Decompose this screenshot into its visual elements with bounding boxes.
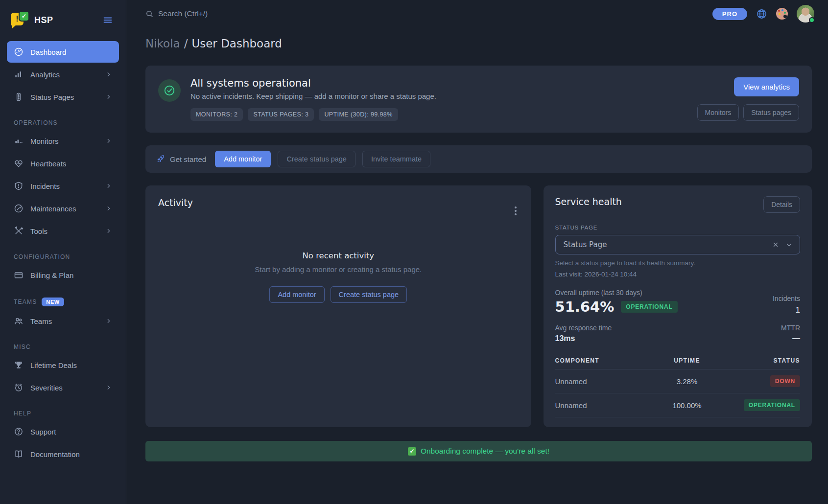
sidebar-section-configuration: CONFIGURATION: [0, 253, 126, 260]
sidebar-item-label: Analytics: [30, 70, 105, 79]
add-monitor-button[interactable]: Add monitor: [215, 151, 271, 167]
operational-status-badge: OPERATIONAL: [744, 399, 800, 411]
breadcrumb-parent[interactable]: Nikola: [145, 37, 180, 50]
get-started-label: Get started: [156, 155, 206, 163]
sidebar-item-support[interactable]: Support: [7, 421, 119, 442]
sidebar-section-operations: OPERATIONS: [0, 119, 126, 126]
sidebar: ! ✓ HSP Dashboard Analytics Status Pages: [0, 0, 126, 504]
online-status-dot: [809, 17, 815, 23]
incidents-label: Incidents: [773, 295, 800, 302]
wrench-circle-icon: [14, 204, 24, 213]
search-input[interactable]: Search (Ctrl+/): [145, 9, 712, 18]
sidebar-item-severities[interactable]: Severities: [7, 377, 119, 398]
create-status-page-button[interactable]: Create status page: [331, 286, 407, 303]
chevron-right-icon: [105, 205, 112, 212]
last-visit-text: Last visit: 2026-01-24 10:44: [555, 271, 801, 278]
component-column-header: COMPONENT: [555, 357, 650, 364]
sidebar-item-billing[interactable]: Billing & Plan: [7, 264, 119, 286]
sidebar-item-label: Dashboard: [30, 48, 112, 56]
sidebar-item-label: Incidents: [30, 182, 105, 190]
sidebar-nav: Dashboard Analytics Status Pages OPERATI…: [0, 37, 126, 465]
globe-icon[interactable]: [756, 8, 767, 20]
sidebar-item-label: Severities: [30, 384, 105, 392]
sidebar-item-status-pages[interactable]: Status Pages: [7, 86, 119, 108]
sidebar-item-label: Support: [30, 428, 112, 436]
breadcrumb: Nikola/User Dashboard: [145, 37, 812, 50]
uptime-column-header: UPTIME: [649, 357, 725, 364]
sidebar-item-label: Teams: [30, 317, 105, 325]
sidebar-item-teams[interactable]: Teams: [7, 310, 119, 332]
table-row[interactable]: Unnamed 100.00% OPERATIONAL: [555, 393, 801, 417]
app-logo-icon: ! ✓: [11, 12, 28, 28]
add-monitor-button[interactable]: Add monitor: [269, 286, 324, 303]
operational-badge: OPERATIONAL: [621, 301, 677, 313]
sidebar-item-lifetime-deals[interactable]: Lifetime Deals: [7, 354, 119, 376]
theme-palette-icon[interactable]: [776, 8, 788, 20]
mttr-value: —: [781, 334, 800, 343]
components-table-header: COMPONENT UPTIME STATUS: [555, 353, 801, 369]
brand-name: HSP: [34, 15, 100, 25]
users-icon: [14, 316, 24, 326]
status-pages-button[interactable]: Status pages: [743, 104, 799, 121]
clear-selection-icon[interactable]: [772, 241, 779, 248]
table-row[interactable]: Unnamed 3.28% DOWN: [555, 369, 801, 393]
logo-check-icon: ✓: [20, 12, 28, 21]
component-name: Unnamed: [555, 401, 650, 410]
mttr-label: MTTR: [781, 324, 800, 332]
sidebar-item-monitors[interactable]: Monitors: [7, 130, 119, 152]
system-status-card: All systems operational No active incide…: [145, 66, 812, 133]
topbar: Search (Ctrl+/) PRO: [126, 0, 828, 27]
activity-title: Activity: [158, 197, 519, 208]
check-icon: ✓: [408, 447, 416, 456]
user-avatar[interactable]: [797, 5, 814, 23]
mttr-stat: MTTR —: [781, 324, 800, 343]
sidebar-item-heartbeats[interactable]: Heartbeats: [7, 153, 119, 174]
sidebar-item-tools[interactable]: Tools: [7, 220, 119, 242]
chevron-right-icon: [105, 183, 112, 189]
incidents-value: 1: [773, 305, 800, 315]
avg-response-value: 13ms: [555, 334, 612, 343]
sidebar-item-label: Documentation: [30, 450, 112, 458]
sidebar-item-documentation[interactable]: Documentation: [7, 443, 119, 465]
sidebar-item-maintenances[interactable]: Maintenances: [7, 198, 119, 219]
uptime-chip: UPTIME (30D): 99.98%: [319, 108, 398, 121]
sidebar-item-dashboard[interactable]: Dashboard: [7, 41, 119, 63]
hamburger-icon[interactable]: [100, 13, 115, 27]
credit-card-icon: [14, 270, 24, 280]
status-chips: MONITORS: 2 STATUS PAGES: 3 UPTIME (30D)…: [190, 108, 436, 121]
page-title: User Dashboard: [191, 37, 282, 50]
onboarding-complete-banner: ✓ Onboarding complete — you're all set!: [145, 441, 812, 461]
search-icon: [145, 10, 154, 18]
selected-status-page: Status Page: [564, 240, 773, 249]
uptime-label: Overall uptime (last 30 days): [555, 289, 678, 297]
status-page-select[interactable]: Status Page: [555, 235, 801, 254]
new-badge: NEW: [42, 298, 64, 306]
main-area: Search (Ctrl+/) PRO Nikola/User Dashboar…: [126, 0, 828, 504]
hero-actions: View analytics Monitors Status pages: [697, 77, 799, 121]
details-button[interactable]: Details: [763, 196, 800, 213]
view-analytics-button[interactable]: View analytics: [734, 77, 799, 96]
invite-teammate-button[interactable]: Invite teammate: [362, 151, 430, 167]
component-name: Unnamed: [555, 377, 650, 386]
bar-chart-icon: [14, 69, 24, 79]
status-pages-count-chip: STATUS PAGES: 3: [248, 108, 314, 121]
avg-response-stat: Avg response time 13ms: [555, 324, 612, 343]
chevron-down-icon[interactable]: [785, 241, 793, 249]
components-table: COMPONENT UPTIME STATUS Unnamed 3.28% DO…: [555, 353, 801, 417]
trophy-icon: [14, 360, 24, 370]
system-status-title: All systems operational: [190, 77, 436, 89]
sidebar-item-incidents[interactable]: Incidents: [7, 175, 119, 197]
gauge-icon: [14, 47, 24, 57]
component-uptime: 3.28%: [649, 377, 725, 386]
sidebar-item-analytics[interactable]: Analytics: [7, 64, 119, 85]
pro-badge[interactable]: PRO: [712, 8, 747, 20]
kebab-menu-icon[interactable]: [513, 203, 519, 219]
breadcrumb-separator: /: [184, 37, 188, 50]
rocket-icon: [156, 155, 165, 163]
avg-response-label: Avg response time: [555, 324, 612, 332]
chevron-right-icon: [105, 93, 112, 100]
book-icon: [14, 449, 24, 459]
create-status-page-button[interactable]: Create status page: [278, 151, 355, 167]
monitors-button[interactable]: Monitors: [697, 104, 739, 121]
heartbeat-icon: [14, 159, 24, 168]
